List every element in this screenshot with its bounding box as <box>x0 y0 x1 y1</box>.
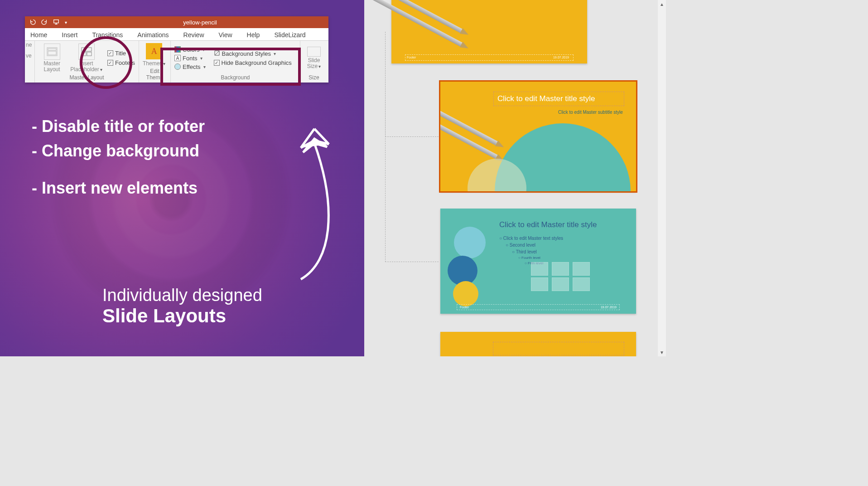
subtitle-block: Individually designed Slide Layouts <box>102 286 262 327</box>
annotation-circle <box>80 36 132 89</box>
scroll-up-icon[interactable]: ▲ <box>658 0 666 8</box>
tab-home[interactable]: Home <box>29 29 48 40</box>
footer-ph <box>405 54 574 61</box>
content-icons <box>531 262 590 276</box>
tab-slidelizard[interactable]: SlideLizard <box>273 29 306 40</box>
svg-rect-2 <box>48 49 56 50</box>
tab-help[interactable]: Help <box>246 29 261 40</box>
subtitle-line-2: Slide Layouts <box>102 305 262 327</box>
decor-circle <box>454 227 486 258</box>
subtitle-placeholder: Click to edit Master subtitle style <box>558 110 623 115</box>
layout-thumb-content[interactable]: Click to edit Master title style ○ Click… <box>440 209 636 314</box>
tutorial-left-panel: ▾ yellow-pencil Home Insert Transitions … <box>0 0 364 356</box>
slide-size-button[interactable]: Slide Size▾ <box>304 47 324 69</box>
pencil-graphic <box>391 0 473 63</box>
start-show-icon[interactable] <box>53 19 59 26</box>
scrollbar[interactable]: ▲ ▼ <box>658 0 666 356</box>
tab-view[interactable]: View <box>218 29 233 40</box>
bullet-list: - Disable title or footer - Change backg… <box>32 114 205 200</box>
layout-thumb-title[interactable]: Click to edit Master title style Click t… <box>440 82 636 191</box>
svg-rect-0 <box>54 19 59 23</box>
bullet-2: - Change background <box>32 139 205 163</box>
titlebar: ▾ yellow-pencil <box>25 16 328 28</box>
quick-access-toolbar: ▾ <box>25 19 72 26</box>
svg-rect-1 <box>47 48 57 56</box>
bullet-3: - Insert new elements <box>32 176 205 200</box>
title-placeholder: Click to edit Master title style <box>493 92 624 106</box>
tab-animations[interactable]: Animations <box>136 29 169 40</box>
redo-icon[interactable] <box>41 19 48 26</box>
group-cutoff: ne ve <box>25 41 35 83</box>
annotation-box <box>160 48 301 86</box>
layout-thumb-partial[interactable] <box>440 332 636 356</box>
undo-icon[interactable] <box>29 19 36 26</box>
svg-rect-3 <box>48 51 56 55</box>
qat-more-icon[interactable]: ▾ <box>65 20 67 25</box>
tab-insert[interactable]: Insert <box>61 29 78 40</box>
layout-thumb-master[interactable]: Fifth level Footer 19.07.2019 <box>391 0 587 63</box>
group-size: Slide Size▾ Size <box>300 41 328 83</box>
slide-layouts-panel: Fifth level Footer 19.07.2019 Click to e… <box>364 0 666 356</box>
content-icons <box>531 277 590 291</box>
bullet-1: - Disable title or footer <box>32 114 205 139</box>
footer-placeholder: Footer19.07.2019 <box>457 304 620 310</box>
tab-review[interactable]: Review <box>183 29 205 40</box>
decor-circle <box>453 281 478 306</box>
connector-line <box>385 32 439 262</box>
title-placeholder: Click to edit Master title style <box>499 220 622 229</box>
thumbnails: Fifth level Footer 19.07.2019 Click to e… <box>391 0 657 356</box>
content-placeholder: ○ Click to edit Master text styles ○ Sec… <box>499 235 622 266</box>
layout-icon <box>44 44 60 60</box>
curved-arrow <box>283 125 346 284</box>
scroll-down-icon[interactable]: ▼ <box>658 348 666 356</box>
master-layout-button[interactable]: Master Layout <box>39 44 65 73</box>
document-title: yellow-pencil <box>72 19 328 26</box>
ribbon-tabs: Home Insert Transitions Animations Revie… <box>25 28 328 41</box>
themes-icon: A <box>146 43 162 59</box>
title-placeholder <box>493 342 624 355</box>
subtitle-line-1: Individually designed <box>102 286 262 305</box>
size-icon <box>307 47 321 57</box>
